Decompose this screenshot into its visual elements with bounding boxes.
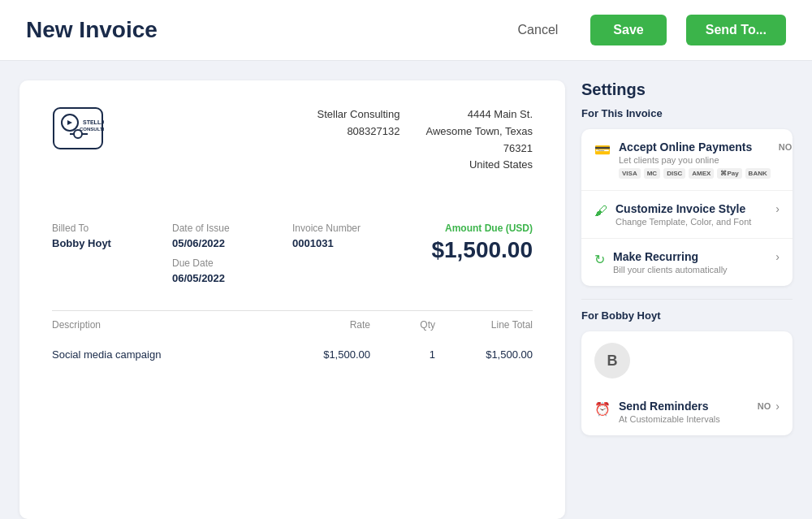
amount-due-value: $1,500.00 [412, 237, 533, 263]
table-row: Social media campaign $1,500.00 1 $1,500… [52, 339, 533, 370]
row-description: Social media campaign [52, 348, 273, 361]
due-date-block: Due Date 06/05/2022 [172, 257, 292, 284]
cancel-button[interactable]: Cancel [505, 16, 572, 44]
amex-icon: AMEX [689, 168, 714, 179]
visa-icon: VISA [619, 168, 641, 179]
svg-text:CONSULTING: CONSULTING [80, 127, 104, 132]
col-description: Description [52, 319, 273, 331]
row-line-total: $1,500.00 [435, 348, 533, 361]
company-contact: Stellar Consulting 808327132 [317, 106, 400, 174]
col-qty: Qty [370, 319, 435, 331]
client-initial: B [607, 352, 618, 370]
make-recurring-content: Make Recurring Bill your clients automat… [613, 250, 767, 275]
invoice-meta-section: Billed To Bobby Hoyt Date of Issue 05/06… [52, 223, 533, 284]
client-avatar: B [594, 343, 630, 378]
send-reminders-item[interactable]: ⏰ Send Reminders At Customizable Interva… [581, 388, 793, 435]
billed-to-label: Billed To [52, 223, 172, 234]
invoice-meta: Billed To Bobby Hoyt Date of Issue 05/06… [52, 223, 533, 284]
billed-to-block: Billed To Bobby Hoyt [52, 223, 172, 284]
row-qty: 1 [370, 348, 435, 361]
date-of-issue-label: Date of Issue [172, 223, 292, 234]
company-header-right: Stellar Consulting 808327132 4444 Main S… [317, 106, 533, 174]
address-line4: United States [425, 157, 533, 174]
main-content: STELLAR CONSULTING Stellar Consulting 80… [0, 61, 812, 519]
col-line-total: Line Total [435, 319, 533, 331]
for-client-label: For Bobby Hoyt [581, 309, 793, 322]
recurring-icon: ↻ [594, 252, 605, 267]
accept-payments-content: Accept Online Payments Let clients pay y… [619, 141, 771, 179]
address-line1: 4444 Main St. [425, 106, 533, 123]
customize-style-subtitle: Change Template, Color, and Font [615, 217, 767, 227]
customize-style-right: › [775, 202, 780, 215]
company-phone: 808327132 [317, 123, 400, 141]
make-recurring-subtitle: Bill your clients automatically [613, 265, 767, 275]
for-this-invoice-label: For This Invoice [581, 107, 793, 119]
settings-divider [581, 299, 793, 300]
make-recurring-right: › [775, 250, 780, 263]
invoice-number-value: 0001031 [292, 237, 412, 249]
invoice-table: Description Rate Qty Line Total Social m… [52, 310, 533, 370]
mc-icon: MC [644, 168, 660, 179]
due-date-value: 06/05/2022 [172, 272, 292, 284]
discover-icon: DISC [663, 168, 685, 179]
settings-panel: Settings For This Invoice 💳 Accept Onlin… [581, 80, 793, 519]
address-line3: 76321 [425, 141, 533, 158]
page-header: New Invoice Cancel Save Send To... [0, 0, 812, 61]
accept-payments-right: NO › [779, 141, 793, 154]
send-reminders-title: Send Reminders [619, 400, 749, 413]
customize-style-content: Customize Invoice Style Change Template,… [615, 202, 767, 227]
company-address: 4444 Main St. Awesome Town, Texas 76321 … [425, 106, 533, 174]
svg-text:STELLAR: STELLAR [83, 119, 104, 125]
save-button[interactable]: Save [590, 15, 666, 45]
customize-style-title: Customize Invoice Style [615, 202, 767, 215]
amount-due-label: Amount Due (USD) [412, 223, 533, 234]
settings-card-invoice: 💳 Accept Online Payments Let clients pay… [581, 129, 793, 286]
customize-style-item[interactable]: 🖌 Customize Invoice Style Change Templat… [581, 191, 793, 239]
date-of-issue-block: Date of Issue 05/06/2022 Due Date 06/05/… [172, 223, 292, 284]
send-reminders-status: NO [758, 401, 771, 411]
palette-icon: 🖌 [594, 204, 607, 218]
amount-due-block: Amount Due (USD) $1,500.00 [412, 223, 533, 284]
accept-payments-item[interactable]: 💳 Accept Online Payments Let clients pay… [581, 129, 793, 191]
make-recurring-item[interactable]: ↻ Make Recurring Bill your clients autom… [581, 239, 793, 286]
accept-payments-title: Accept Online Payments [619, 141, 771, 154]
payment-icons: VISA MC DISC AMEX ⌘Pay BANK [619, 168, 771, 179]
send-reminders-content: Send Reminders At Customizable Intervals [619, 400, 749, 424]
svg-marker-2 [67, 120, 72, 125]
company-name: Stellar Consulting [317, 106, 400, 123]
send-reminders-subtitle: At Customizable Intervals [619, 414, 749, 424]
date-of-issue-value: 05/06/2022 [172, 237, 292, 249]
settings-title: Settings [581, 80, 793, 99]
bank-icon: BANK [745, 168, 771, 179]
invoice-number-block: Invoice Number 0001031 [292, 223, 412, 284]
billed-to-value: Bobby Hoyt [52, 237, 172, 249]
accept-payments-subtitle: Let clients pay you online [619, 155, 771, 165]
address-line2: Awesome Town, Texas [425, 123, 533, 141]
chevron-right-icon-2: › [775, 202, 780, 215]
invoice-number-label: Invoice Number [292, 223, 412, 234]
make-recurring-title: Make Recurring [613, 250, 767, 263]
chevron-right-icon-4: › [775, 400, 780, 413]
row-rate: $1,500.00 [273, 348, 370, 361]
applepay-icon: ⌘Pay [717, 168, 741, 179]
invoice-panel: STELLAR CONSULTING Stellar Consulting 80… [19, 80, 565, 519]
accept-payments-status: NO [779, 142, 793, 152]
credit-card-icon: 💳 [594, 142, 611, 158]
table-header: Description Rate Qty Line Total [52, 311, 533, 339]
invoice-top: STELLAR CONSULTING Stellar Consulting 80… [52, 106, 533, 174]
logo-area: STELLAR CONSULTING [52, 106, 104, 150]
send-to-button[interactable]: Send To... [686, 15, 786, 45]
due-date-label: Due Date [172, 257, 292, 269]
settings-card-client: B ⏰ Send Reminders At Customizable Inter… [581, 331, 793, 435]
send-reminders-right: NO › [758, 400, 780, 413]
col-rate: Rate [273, 319, 370, 331]
chevron-right-icon-3: › [775, 250, 780, 263]
client-avatar-wrapper: B [581, 331, 793, 378]
reminder-icon: ⏰ [594, 401, 611, 417]
company-logo: STELLAR CONSULTING [52, 106, 104, 150]
page-title: New Invoice [26, 17, 486, 43]
